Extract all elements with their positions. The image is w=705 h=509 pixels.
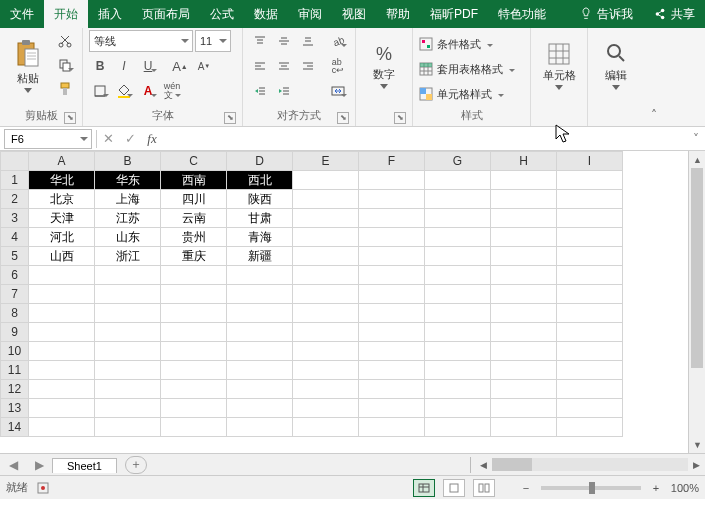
cell[interactable] <box>293 228 359 247</box>
cell[interactable] <box>29 285 95 304</box>
row-header[interactable]: 12 <box>1 380 29 399</box>
cell[interactable] <box>359 247 425 266</box>
copy-button[interactable] <box>54 54 76 76</box>
cell[interactable] <box>29 304 95 323</box>
editing-button[interactable]: 编辑 <box>594 30 638 102</box>
cell[interactable] <box>227 418 293 437</box>
menu-tab-4[interactable]: 公式 <box>200 0 244 28</box>
font-size-select[interactable]: 11 <box>195 30 231 52</box>
cell[interactable]: 重庆 <box>161 247 227 266</box>
confirm-entry-button[interactable]: ✓ <box>119 129 141 149</box>
cancel-entry-button[interactable]: ✕ <box>97 129 119 149</box>
cell[interactable] <box>359 171 425 190</box>
cell[interactable] <box>95 266 161 285</box>
cell[interactable] <box>161 380 227 399</box>
cell[interactable] <box>425 380 491 399</box>
number-dialog-launcher[interactable]: ⬊ <box>394 112 406 124</box>
horizontal-scroll-thumb[interactable] <box>492 458 532 471</box>
decrease-indent-button[interactable] <box>249 80 271 102</box>
cell[interactable] <box>293 247 359 266</box>
scroll-down-button[interactable]: ▼ <box>689 436 705 453</box>
spreadsheet-grid[interactable]: ABCDEFGHI1华北华东西南西北2北京上海四川陕西3天津江苏云南甘肃4河北山… <box>0 151 623 437</box>
menu-tab-1[interactable]: 开始 <box>44 0 88 28</box>
cell[interactable] <box>227 285 293 304</box>
col-header[interactable]: G <box>425 152 491 171</box>
cell[interactable] <box>161 304 227 323</box>
cell[interactable] <box>227 399 293 418</box>
menu-tab-7[interactable]: 视图 <box>332 0 376 28</box>
cell[interactable] <box>161 323 227 342</box>
cell[interactable] <box>95 285 161 304</box>
scroll-right-button[interactable]: ▶ <box>688 456 705 473</box>
menu-tab-2[interactable]: 插入 <box>88 0 132 28</box>
cell[interactable] <box>227 361 293 380</box>
cell[interactable] <box>359 323 425 342</box>
cell[interactable] <box>95 380 161 399</box>
cell[interactable] <box>95 361 161 380</box>
row-header[interactable]: 1 <box>1 171 29 190</box>
font-color-button[interactable]: A <box>137 80 159 102</box>
align-bottom-button[interactable] <box>297 30 319 52</box>
cell[interactable] <box>227 380 293 399</box>
cell[interactable] <box>29 361 95 380</box>
scroll-up-button[interactable]: ▲ <box>689 151 705 168</box>
cell[interactable] <box>557 304 623 323</box>
cell[interactable] <box>95 399 161 418</box>
cell[interactable] <box>425 171 491 190</box>
col-header[interactable]: F <box>359 152 425 171</box>
align-right-button[interactable] <box>297 55 319 77</box>
menu-tab-10[interactable]: 特色功能 <box>488 0 556 28</box>
cell[interactable] <box>491 399 557 418</box>
tell-me[interactable]: 告诉我 <box>569 0 643 28</box>
shrink-font-button[interactable]: A▼ <box>193 55 215 77</box>
cell[interactable] <box>557 285 623 304</box>
cell[interactable] <box>359 418 425 437</box>
horizontal-scrollbar[interactable]: ◀ ▶ <box>475 456 705 473</box>
menu-tab-9[interactable]: 福昕PDF <box>420 0 488 28</box>
cell[interactable]: 天津 <box>29 209 95 228</box>
cell[interactable] <box>491 285 557 304</box>
cell[interactable] <box>161 342 227 361</box>
col-header[interactable]: A <box>29 152 95 171</box>
collapse-ribbon-button[interactable]: ˄ <box>644 28 664 126</box>
cell[interactable] <box>359 342 425 361</box>
grow-font-button[interactable]: A▲ <box>169 55 191 77</box>
cell[interactable]: 西南 <box>161 171 227 190</box>
sheet-nav-left[interactable]: ◀ <box>0 458 26 472</box>
cell[interactable] <box>161 266 227 285</box>
col-header[interactable]: B <box>95 152 161 171</box>
sheet-tab[interactable]: Sheet1 <box>52 458 117 473</box>
cell[interactable] <box>359 228 425 247</box>
wrap-text-button[interactable]: abc↩ <box>327 55 349 77</box>
name-box[interactable]: F6 <box>4 129 92 149</box>
cell[interactable] <box>557 323 623 342</box>
cell[interactable] <box>29 266 95 285</box>
sheet-nav-right[interactable]: ▶ <box>26 458 52 472</box>
cell[interactable]: 浙江 <box>95 247 161 266</box>
cell[interactable] <box>491 209 557 228</box>
cell[interactable]: 甘肃 <box>227 209 293 228</box>
cell[interactable] <box>425 247 491 266</box>
cell[interactable]: 北京 <box>29 190 95 209</box>
macro-record-icon[interactable] <box>36 481 50 495</box>
cell[interactable] <box>293 418 359 437</box>
cell[interactable]: 山西 <box>29 247 95 266</box>
cell[interactable] <box>293 304 359 323</box>
menu-tab-0[interactable]: 文件 <box>0 0 44 28</box>
cell[interactable] <box>425 342 491 361</box>
cell[interactable] <box>425 209 491 228</box>
cell[interactable] <box>95 342 161 361</box>
cell[interactable] <box>359 399 425 418</box>
cell[interactable] <box>359 285 425 304</box>
font-dialog-launcher[interactable]: ⬊ <box>224 112 236 124</box>
cell[interactable] <box>161 399 227 418</box>
cell[interactable] <box>227 304 293 323</box>
vertical-scrollbar[interactable]: ▲ ▼ <box>688 151 705 453</box>
cell[interactable] <box>29 399 95 418</box>
clipboard-dialog-launcher[interactable]: ⬊ <box>64 112 76 124</box>
zoom-slider[interactable] <box>541 486 641 490</box>
vertical-scroll-thumb[interactable] <box>691 168 703 368</box>
cell[interactable] <box>293 323 359 342</box>
normal-view-button[interactable] <box>413 479 435 497</box>
orientation-button[interactable]: ab <box>327 30 349 52</box>
